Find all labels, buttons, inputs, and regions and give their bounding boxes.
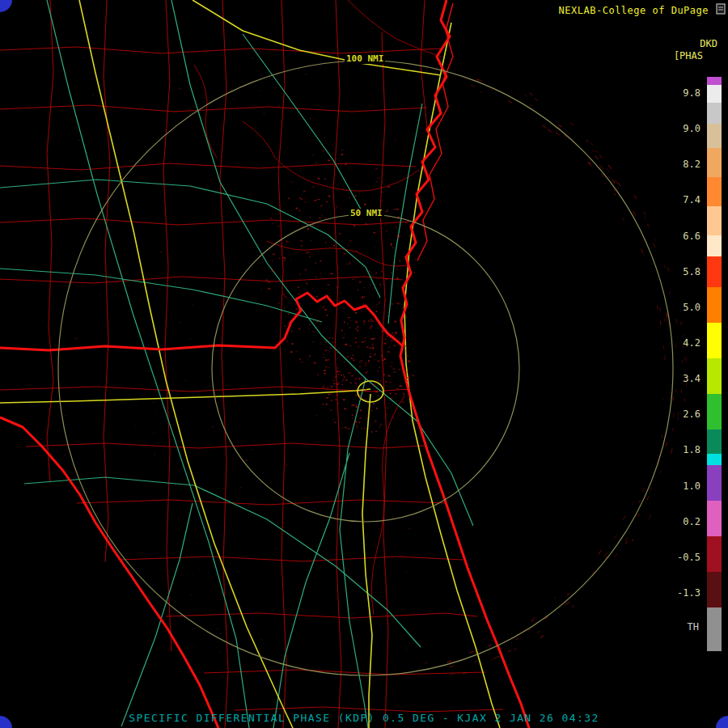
colorbar-segment bbox=[707, 124, 722, 148]
colorbar-segment bbox=[707, 536, 722, 572]
range-ring-label-50: 50 NMI bbox=[349, 209, 384, 218]
colorbar-segment bbox=[707, 148, 722, 177]
site-title: NEXLAB-College of DuPage bbox=[559, 5, 709, 16]
range-ring-50nmi bbox=[212, 214, 519, 522]
product-units: [PHAS bbox=[674, 50, 703, 61]
colorbar-segment bbox=[707, 256, 722, 287]
colorbar-segment bbox=[707, 85, 722, 103]
colorbar-segment bbox=[707, 206, 722, 235]
colorbar-segment bbox=[707, 394, 722, 430]
colorbar-segment bbox=[707, 454, 722, 465]
status-bar: SPECIFIC DIFFERENTIAL PHASE (KDP) 0.5 DE… bbox=[0, 712, 728, 724]
atlantic-coastline bbox=[400, 0, 529, 728]
colorbar-segment bbox=[707, 177, 722, 206]
colorbar-segment bbox=[707, 287, 722, 323]
state-border bbox=[0, 293, 403, 350]
colorbar-segment bbox=[707, 572, 722, 607]
colorbar-segment bbox=[707, 430, 722, 454]
colorbar-segment bbox=[707, 358, 722, 394]
colorbar-segment bbox=[707, 235, 722, 256]
colorbar-segment bbox=[707, 465, 722, 501]
radar-display: 100 NMI 50 NMI NEXLAB-College of DuPage … bbox=[0, 0, 728, 728]
colorbar-segment bbox=[707, 323, 722, 358]
product-code: DKD bbox=[700, 38, 717, 49]
colorbar-segment bbox=[707, 501, 722, 536]
colorbar-segment bbox=[707, 77, 722, 85]
colorbar bbox=[707, 77, 722, 651]
range-ring-100nmi bbox=[58, 61, 673, 675]
gulf-coastline bbox=[0, 417, 218, 728]
county-boundaries bbox=[0, 0, 503, 728]
window-icon bbox=[716, 3, 726, 15]
threshold-label: TH bbox=[688, 621, 699, 633]
colorbar-segment bbox=[707, 607, 722, 651]
radar-map[interactable] bbox=[0, 0, 728, 728]
colorbar-segment bbox=[707, 103, 722, 124]
range-ring-label-100: 100 NMI bbox=[345, 54, 385, 64]
